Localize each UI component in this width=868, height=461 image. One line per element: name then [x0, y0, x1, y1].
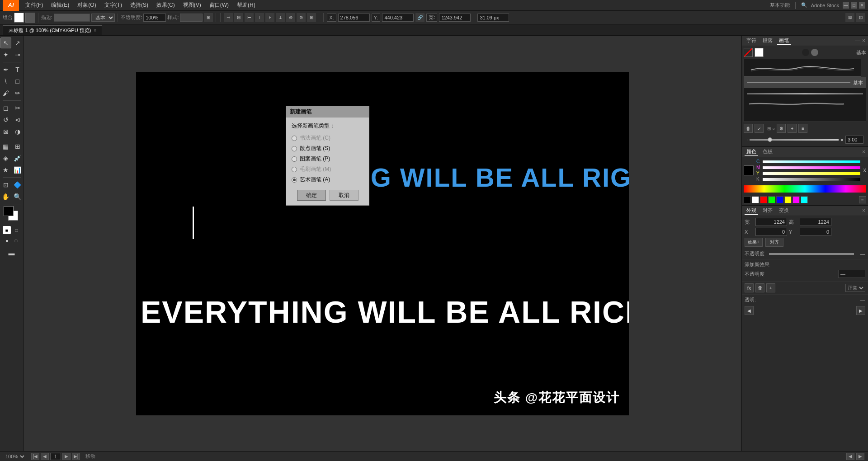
eraser-tool-button[interactable]: ◻	[0, 103, 11, 113]
dark-circle-swatch[interactable]	[811, 49, 818, 56]
blend-tool-button[interactable]: ◈	[0, 153, 11, 164]
menu-view[interactable]: 视图(V)	[179, 0, 205, 10]
scale-tool-button[interactable]: ⊠	[0, 126, 11, 137]
channel-m-slider[interactable]	[763, 166, 860, 169]
close-button[interactable]: ×	[859, 2, 865, 9]
scissors-tool-button[interactable]: ✂	[12, 103, 23, 113]
status-next-arrow[interactable]: ▶	[856, 453, 864, 460]
brush-item-basic[interactable]: 基本	[744, 77, 866, 88]
rainbow-bar[interactable]	[744, 185, 866, 193]
slice-tool-button[interactable]: 🔷	[12, 179, 23, 190]
paintbrush-tool-button[interactable]: 🖌	[0, 88, 11, 99]
delete-brush-btn[interactable]: 🗑	[744, 124, 753, 133]
panel-minimize-btn[interactable]: —	[855, 38, 860, 44]
swatch-magenta[interactable]	[793, 196, 800, 203]
stroke-btn[interactable]: □	[13, 226, 21, 234]
menu-window[interactable]: 窗口(W)	[206, 0, 232, 10]
white-swatch[interactable]	[755, 48, 764, 57]
artboard-tool-button[interactable]: ⊡	[0, 179, 11, 190]
tab-transform[interactable]: 变换	[777, 207, 791, 215]
shape-tool-button[interactable]: □	[12, 76, 23, 87]
channel-c-slider[interactable]	[763, 160, 860, 163]
new-brush-btn[interactable]: +	[788, 124, 797, 133]
opacity-slider[interactable]	[769, 253, 854, 255]
page-prev-btn[interactable]: ◀	[41, 453, 49, 460]
x-input[interactable]	[755, 228, 787, 236]
swatch-yellow[interactable]	[784, 196, 792, 203]
radio-art[interactable]: 艺术画笔 (A)	[292, 176, 363, 183]
direct-select-tool-button[interactable]: ↗	[12, 38, 23, 48]
radio-scatter[interactable]: 散点画笔 (S)	[292, 145, 363, 152]
dialog-cancel-button[interactable]: 取消	[330, 190, 359, 201]
tab-color[interactable]: 颜色	[745, 148, 758, 156]
align-artboard-btn[interactable]: 对齐	[765, 238, 783, 247]
scroll-left-btn[interactable]: ◀	[745, 306, 754, 315]
width-input[interactable]	[755, 218, 787, 226]
mesh-tool-button[interactable]: ⊞	[12, 141, 23, 152]
chart-tool-button[interactable]: 📊	[12, 165, 23, 175]
link-proportions-icon[interactable]: 🔗	[415, 13, 425, 22]
distribute-more-icon[interactable]: ⊞	[307, 13, 316, 22]
stroke-swatch[interactable]	[25, 13, 35, 23]
black-circle-swatch[interactable]	[802, 49, 809, 56]
align-center-v-icon[interactable]: ⊦	[265, 13, 274, 22]
opacity-input[interactable]	[143, 14, 166, 22]
panel-close-btn[interactable]: ×	[862, 38, 865, 44]
menu-type[interactable]: 文字(T)	[101, 0, 126, 10]
fill-btn[interactable]: ■	[3, 226, 11, 234]
type-tool-button[interactable]: T	[12, 64, 23, 75]
color-fill-swatch[interactable]	[744, 165, 754, 175]
fullscreen-view-btn[interactable]: □	[12, 237, 20, 245]
brush-size-input[interactable]	[845, 136, 863, 144]
foreground-color-swatch[interactable]	[4, 206, 14, 216]
menu-help[interactable]: 帮助(H)	[233, 0, 259, 10]
search-placeholder[interactable]: Adobe Stock	[811, 3, 839, 8]
pen-tool-button[interactable]: ✒	[0, 64, 11, 75]
tab-brush[interactable]: 画笔	[777, 37, 791, 45]
menu-file[interactable]: 文件(F)	[22, 0, 47, 10]
hand-tool-button[interactable]: ✋	[0, 191, 11, 202]
blend-mode-icon[interactable]: ⊞	[204, 13, 213, 22]
distribute-h-icon[interactable]: ⊜	[286, 13, 295, 22]
trash-icon[interactable]: 🗑	[755, 283, 764, 292]
menu-object[interactable]: 对象(O)	[74, 0, 99, 10]
align-bottom-icon[interactable]: ⊥	[276, 13, 285, 22]
align-top-icon[interactable]: ⊤	[255, 13, 264, 22]
dialog-confirm-button[interactable]: 确定	[297, 190, 326, 201]
fx-icon[interactable]: fx	[745, 283, 754, 292]
page-next-btn[interactable]: ▶	[62, 453, 71, 460]
align-right-icon[interactable]: ⊢	[245, 13, 254, 22]
menu-effect[interactable]: 效果(C)	[153, 0, 179, 10]
swatch-red[interactable]	[760, 196, 767, 203]
brush-options-btn[interactable]: ⚙	[777, 124, 786, 133]
tab-font[interactable]: 字符	[745, 37, 758, 45]
eyedropper-tool-button[interactable]: 💉	[12, 153, 23, 164]
radio-btn-scatter[interactable]	[292, 146, 297, 151]
menu-select[interactable]: 选择(S)	[127, 0, 152, 10]
transform-icon[interactable]: ⊡	[856, 13, 865, 22]
swatch-menu-btn[interactable]: ≡	[859, 196, 866, 203]
page-last-btn[interactable]: ▶|	[72, 453, 80, 460]
stroke-type-select[interactable]: 基本	[91, 14, 115, 22]
arrange-icon[interactable]: ⊠	[845, 13, 854, 22]
swatch-green[interactable]	[768, 196, 775, 203]
maximize-button[interactable]: □	[851, 2, 857, 9]
distribute-v-icon[interactable]: ⊝	[297, 13, 306, 22]
add-effect-btn[interactable]: 效果+	[745, 238, 763, 247]
fill-swatch[interactable]	[14, 13, 24, 23]
zoom-tool-button[interactable]: 🔍	[12, 191, 23, 202]
warp-tool-button[interactable]: ◑	[12, 126, 23, 137]
zoom-select[interactable]: 100% 50% 200%	[4, 452, 26, 461]
channel-y-slider[interactable]	[763, 172, 860, 175]
brush-size-slider[interactable]	[750, 139, 838, 141]
brush-item-line2[interactable]	[744, 99, 866, 110]
minimize-button[interactable]: —	[843, 2, 849, 9]
selection-tool-button[interactable]: ↖	[0, 38, 11, 48]
canvas-area[interactable]: ING WILL BE ALL RIGH EVERYTHING WILL BE …	[24, 36, 741, 451]
no-stroke-swatch[interactable]	[744, 48, 753, 57]
fx-blend-select[interactable]: 正常	[845, 284, 865, 292]
menu-edit[interactable]: 编辑(E)	[47, 0, 73, 10]
height-input[interactable]	[800, 218, 831, 226]
workspace-label[interactable]: 基本功能	[770, 2, 790, 9]
select-object-btn[interactable]: ↙	[755, 124, 764, 133]
